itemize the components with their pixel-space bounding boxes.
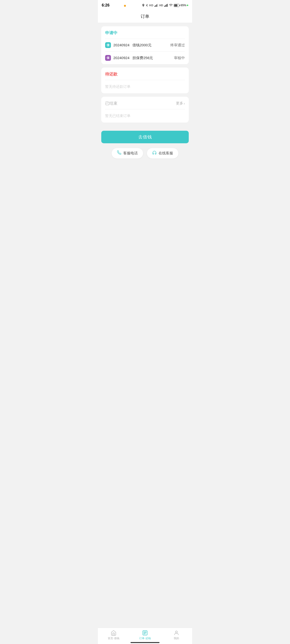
- notification-dot: [123, 4, 126, 8]
- svg-rect-10: [179, 5, 180, 6]
- svg-rect-5: [165, 5, 166, 7]
- status-icons: HD HD 65%: [142, 4, 188, 7]
- pending-title: 待还款: [105, 72, 117, 76]
- phone-label: 客服电话: [123, 151, 138, 156]
- pending-header: 待还款: [101, 68, 189, 80]
- ended-empty: 暂无已结束订单: [101, 109, 189, 122]
- svg-rect-6: [166, 4, 167, 7]
- battery-icon: 65%: [174, 4, 188, 7]
- svg-rect-3: [157, 4, 158, 7]
- phone-icon: [117, 150, 121, 156]
- more-arrow-icon: ›: [184, 102, 185, 106]
- ended-header[interactable]: 已结束 更多 ›: [101, 97, 189, 109]
- order-info-1: 20240924 借钱2000元: [113, 43, 152, 48]
- ended-title: 已结束: [105, 100, 117, 106]
- page-header: 订单: [98, 10, 192, 23]
- svg-rect-1: [155, 5, 156, 7]
- customer-service-phone-button[interactable]: 客服电话: [112, 148, 143, 158]
- borrow-button[interactable]: 去借钱: [101, 131, 189, 143]
- headset-icon: [152, 150, 157, 156]
- service-row: 客服电话 在线客服: [101, 148, 189, 158]
- svg-rect-0: [155, 6, 155, 7]
- svg-rect-2: [156, 4, 157, 7]
- badge-bao: 保: [105, 55, 111, 61]
- ended-card: 已结束 更多 › 暂无已结束订单: [101, 97, 189, 122]
- order-status-2: 审核中: [174, 56, 185, 60]
- spacer: [101, 126, 189, 131]
- page-title: 订单: [141, 14, 149, 19]
- pending-card: 待还款 暂无待还款订单: [101, 68, 189, 93]
- more-link[interactable]: 更多 ›: [176, 101, 185, 106]
- order-status-1: 终审通过: [170, 43, 185, 48]
- applying-card: 申请中 借 20240924 借钱2000元 终审通过 保 20240924 担…: [101, 26, 189, 64]
- applying-header: 申请中: [101, 26, 189, 38]
- pending-empty: 暂无待还款订单: [101, 80, 189, 93]
- order-row-2[interactable]: 保 20240924 担保费256元 审核中: [101, 52, 189, 64]
- status-bar: 6:26 HD HD: [98, 0, 192, 10]
- order-row-1[interactable]: 借 20240924 借钱2000元 终审通过: [101, 39, 189, 52]
- svg-rect-7: [167, 4, 168, 7]
- online-service-label: 在线客服: [159, 151, 173, 156]
- svg-rect-9: [174, 4, 177, 6]
- status-time: 6:26: [102, 3, 109, 8]
- order-info-2: 20240924 担保费256元: [113, 56, 153, 60]
- badge-jie: 借: [105, 42, 111, 48]
- online-service-button[interactable]: 在线客服: [147, 148, 178, 158]
- applying-title: 申请中: [105, 31, 117, 35]
- svg-rect-4: [164, 6, 165, 7]
- main-content: 申请中 借 20240924 借钱2000元 终审通过 保 20240924 担…: [98, 23, 192, 182]
